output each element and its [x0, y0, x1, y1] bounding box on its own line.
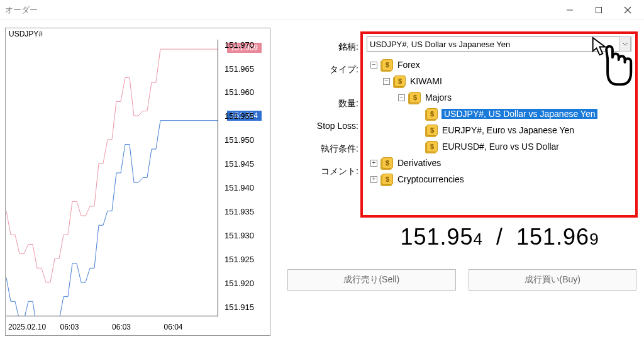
tree-label: Majors — [425, 92, 452, 103]
symbol-icon: $ — [426, 108, 438, 119]
y-tick: 151.920 — [225, 278, 254, 287]
y-tick: 151.915 — [225, 302, 254, 311]
bid-last: 4 — [474, 230, 483, 248]
price-quote: 151.954 / 151.969 — [368, 224, 631, 250]
label-volume: 数量: — [338, 96, 358, 111]
symbol-select[interactable]: USDJPY#, US Dollar vs Japanese Yen — [367, 36, 631, 52]
y-tick: 151.965 — [225, 64, 254, 73]
x-tick: 06:03 — [112, 323, 164, 331]
symbol-icon: $ — [426, 141, 438, 152]
chart-plot: 151.969 151.954 — [6, 40, 218, 316]
collapse-icon[interactable]: − — [398, 94, 405, 101]
folder-icon: $ — [394, 75, 406, 87]
tree-node-kiwami[interactable]: − $ KIWAMI — [370, 73, 630, 89]
y-axis: 151.970151.965151.960151.955151.950151.9… — [219, 40, 270, 316]
minimize-button[interactable] — [558, 1, 581, 19]
folder-icon: $ — [409, 92, 421, 103]
tree-item-eurusd[interactable]: $ EURUSD#, Euro vs US Dollar — [370, 138, 630, 155]
tree-node-forex[interactable]: − $ Forex — [370, 57, 630, 73]
label-stoploss: Stop Loss: — [317, 118, 358, 133]
maximize-button[interactable] — [587, 1, 610, 19]
expand-icon[interactable]: + — [370, 176, 377, 183]
y-tick: 151.970 — [225, 40, 254, 49]
x-tick: 06:03 — [60, 323, 113, 331]
y-tick: 151.940 — [225, 183, 254, 192]
x-axis: 2025.02.1006:0306:0306:04 — [6, 323, 218, 331]
tree-label: Forex — [397, 60, 421, 70]
chart-title: USDJPY# — [9, 30, 43, 38]
buy-button[interactable]: 成行買い(Buy) — [469, 269, 637, 291]
tree-node-majors[interactable]: − $ Majors — [370, 89, 630, 106]
close-button[interactable] — [616, 1, 639, 19]
symbol-dropdown-panel: USDJPY#, US Dollar vs Japanese Yen − $ F… — [360, 31, 638, 218]
y-tick: 151.930 — [225, 231, 254, 240]
x-tick: 2025.02.10 — [8, 323, 60, 331]
symbol-select-text: USDJPY#, US Dollar vs Japanese Yen — [370, 40, 510, 49]
folder-icon: $ — [382, 157, 393, 169]
collapse-icon[interactable]: − — [370, 62, 377, 69]
y-tick: 151.925 — [225, 254, 254, 264]
symbol-icon: $ — [426, 125, 438, 136]
y-tick: 151.950 — [225, 135, 254, 145]
ask-main: 151.96 — [516, 224, 589, 250]
tree-item-eurjpy[interactable]: $ EURJPY#, Euro vs Japanese Yen — [370, 122, 630, 138]
tree-label: Cryptocurrencies — [397, 174, 465, 184]
y-tick: 151.955 — [225, 111, 254, 121]
price-separator: / — [496, 224, 503, 250]
ask-last: 9 — [589, 230, 599, 248]
tree-label: USDJPY#, US Dollar vs Japanese Yen — [441, 109, 597, 119]
tree-label: EURJPY#, Euro vs Japanese Yen — [441, 125, 575, 135]
bid-main: 151.95 — [400, 224, 473, 250]
collapse-icon[interactable]: − — [383, 78, 390, 85]
sell-button[interactable]: 成行売り(Sell) — [287, 269, 456, 291]
chevron-down-icon[interactable] — [619, 36, 631, 52]
y-tick: 151.960 — [225, 87, 254, 97]
tree-label: EURUSD#, Euro vs US Dollar — [441, 141, 560, 152]
label-exec: 執行条件: — [321, 141, 358, 156]
y-tick: 151.935 — [225, 207, 254, 216]
folder-icon: $ — [382, 174, 393, 185]
label-symbol: 銘柄: — [338, 39, 358, 54]
y-tick: 151.945 — [225, 159, 254, 169]
svg-rect-1 — [596, 7, 602, 13]
tree-label: Derivatives — [397, 158, 441, 168]
tree-node-derivatives[interactable]: + $ Derivatives — [370, 155, 630, 171]
label-type: タイプ: — [330, 62, 358, 77]
tree-node-crypto[interactable]: + $ Cryptocurrencies — [370, 171, 630, 187]
tree-label: KIWAMI — [409, 76, 443, 86]
expand-icon[interactable]: + — [370, 160, 377, 167]
symbol-tree: − $ Forex − $ KIWAMI − $ Majors $ USDJPY… — [363, 52, 635, 192]
tree-item-usdjpy[interactable]: $ USDJPY#, US Dollar vs Japanese Yen — [370, 106, 630, 122]
chart-frame: USDJPY# 151.969 151.954 151.970151.96515… — [5, 28, 270, 336]
folder-icon: $ — [382, 59, 393, 70]
window-title: オーダー — [5, 4, 558, 16]
x-tick: 06:04 — [164, 323, 216, 331]
label-comment: コメント: — [321, 164, 358, 179]
